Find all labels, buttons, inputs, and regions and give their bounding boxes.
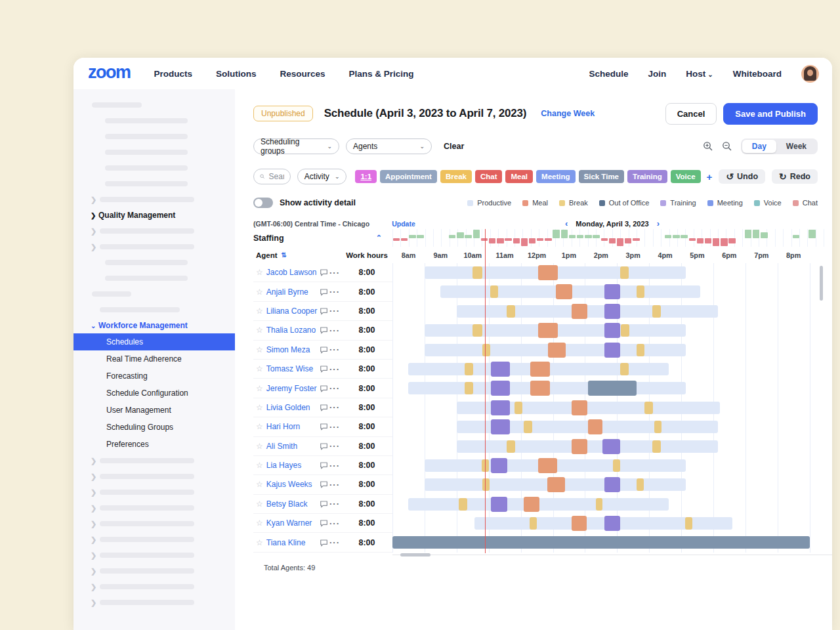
zoom-logo[interactable]: zoom [88,64,131,84]
training-segment[interactable] [604,284,620,299]
meal-segment[interactable] [588,419,602,434]
undo-button[interactable]: ↺Undo [719,169,765,184]
sidebar-item-forecasting[interactable]: Forecasting [74,368,235,385]
meal-segment[interactable] [530,362,549,377]
break-segment[interactable] [620,266,629,279]
break-segment[interactable] [459,498,467,511]
day-tab[interactable]: Day [742,140,776,153]
chip-meeting[interactable]: Meeting [536,170,575,183]
agent-name-link[interactable]: Livia Golden [266,403,310,412]
more-options-icon[interactable]: ··· [329,306,340,316]
more-options-icon[interactable]: ··· [329,537,340,547]
save-and-publish-button[interactable]: Save and Publish [723,103,818,125]
more-options-icon[interactable]: ··· [329,364,340,374]
training-segment[interactable] [491,400,510,415]
ooo-segment[interactable] [588,381,636,396]
break-segment[interactable] [514,402,522,414]
chat-bubble-icon[interactable] [320,365,328,373]
chip-training[interactable]: Training [627,170,667,183]
nav-products[interactable]: Products [154,69,193,79]
chat-bubble-icon[interactable] [320,500,328,508]
star-icon[interactable]: ☆ [256,326,263,335]
meal-segment[interactable] [572,516,587,531]
meal-segment[interactable] [538,458,556,473]
chip-meal[interactable]: Meal [505,170,533,183]
agent-name-link[interactable]: Anjali Byrne [266,287,308,297]
shift-bar[interactable] [474,517,733,530]
break-segment[interactable] [620,363,629,375]
chat-bubble-icon[interactable] [320,480,328,488]
more-options-icon[interactable]: ··· [329,441,340,451]
shift-bar[interactable] [457,440,719,453]
agent-name-link[interactable]: Tiana Kline [266,538,306,547]
nav-solutions[interactable]: Solutions [216,69,257,79]
agent-name-link[interactable]: Thalia Lozano [266,326,316,335]
more-options-icon[interactable]: ··· [329,326,340,335]
nav-resources[interactable]: Resources [280,69,326,79]
training-segment[interactable] [602,439,620,454]
break-segment[interactable] [482,344,490,356]
break-segment[interactable] [472,266,482,279]
chat-bubble-icon[interactable] [320,346,328,354]
chip-1-1[interactable]: 1:1 [355,170,377,183]
more-options-icon[interactable]: ··· [329,480,340,490]
star-icon[interactable]: ☆ [256,422,263,431]
sidebar-item-workforce-management[interactable]: ⌄ Workforce Management [74,318,235,333]
training-segment[interactable] [491,419,510,434]
chat-bubble-icon[interactable] [320,539,328,547]
week-tab[interactable]: Week [776,140,816,153]
show-activity-detail-toggle[interactable] [253,198,273,208]
break-segment[interactable] [465,382,473,394]
nav-schedule[interactable]: Schedule [589,69,629,79]
break-segment[interactable] [524,421,532,433]
more-options-icon[interactable]: ··· [329,461,340,471]
chat-bubble-icon[interactable] [320,423,328,430]
break-segment[interactable] [652,440,661,453]
star-icon[interactable]: ☆ [256,461,263,470]
break-segment[interactable] [637,478,644,491]
break-segment[interactable] [482,478,490,491]
more-options-icon[interactable]: ··· [329,499,340,509]
scrollbar-thumb[interactable] [400,553,430,556]
zoom-in-icon[interactable] [703,141,713,152]
meal-segment[interactable] [572,304,587,319]
star-icon[interactable]: ☆ [256,306,263,316]
out-of-office-bar[interactable] [392,536,810,549]
break-segment[interactable] [637,344,644,356]
cancel-button[interactable]: Cancel [665,103,717,125]
meal-segment[interactable] [530,381,549,396]
chat-bubble-icon[interactable] [320,268,328,276]
previous-day-chevron-icon[interactable]: ‹ [565,219,568,228]
more-options-icon[interactable]: ··· [329,345,340,354]
agent-name-link[interactable]: Lia Hayes [266,461,301,470]
vertical-scrollbar[interactable] [820,266,823,301]
chat-bubble-icon[interactable] [320,461,328,469]
next-day-chevron-icon[interactable]: › [657,219,660,228]
break-segment[interactable] [644,402,653,414]
meal-segment[interactable] [572,400,587,415]
zoom-out-icon[interactable] [722,141,732,152]
star-icon[interactable]: ☆ [256,268,263,277]
meal-segment[interactable] [538,265,557,280]
meal-segment[interactable] [538,323,557,338]
agent-name-link[interactable]: Betsy Black [266,499,308,509]
break-segment[interactable] [472,324,482,337]
agent-name-link[interactable]: Hari Horn [266,422,300,431]
star-icon[interactable]: ☆ [256,518,263,528]
meal-segment[interactable] [548,343,566,358]
training-segment[interactable] [604,516,620,531]
break-segment[interactable] [507,305,515,318]
sidebar-item-schedule-configuration[interactable]: Schedule Configuration [74,385,235,402]
star-icon[interactable]: ☆ [256,384,263,393]
sidebar-item-scheduling-groups[interactable]: Scheduling Groups [74,419,235,436]
meal-segment[interactable] [547,477,565,492]
star-icon[interactable]: ☆ [256,287,263,297]
clear-filters-button[interactable]: Clear [444,142,464,151]
meal-segment[interactable] [572,439,587,454]
chip-sick-time[interactable]: Sick Time [579,170,625,183]
agent-name-link[interactable]: Jacob Lawson [266,268,317,277]
training-segment[interactable] [491,381,510,396]
break-segment[interactable] [652,305,661,318]
sidebar-item-quality-management[interactable]: ❯ Quality Management [74,207,235,223]
break-segment[interactable] [507,440,515,453]
